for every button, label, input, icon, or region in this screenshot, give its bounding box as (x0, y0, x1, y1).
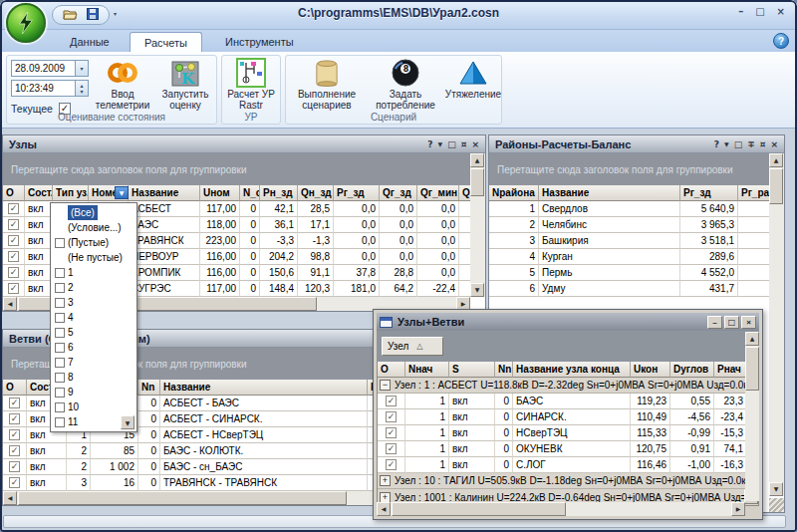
resize-grip[interactable] (769, 498, 784, 512)
scroll-left-button[interactable]: ◀ (3, 491, 17, 505)
tab-dannye[interactable]: Данные (56, 32, 124, 52)
checkbox-icon[interactable] (55, 343, 65, 353)
col-header[interactable]: Qг (459, 185, 470, 201)
row-checkbox[interactable]: ✓ (386, 396, 397, 406)
col-header[interactable]: Nn (495, 362, 513, 378)
app-menu-logo[interactable] (6, 3, 46, 43)
scroll-left-button[interactable]: ◀ (377, 502, 391, 516)
checkbox-icon[interactable] (55, 328, 65, 338)
filter-item-number[interactable]: 10 (51, 399, 136, 414)
nodes-vertical-scrollbar[interactable]: ▲ ▼ (470, 153, 485, 297)
filter-item-number[interactable]: 6 (51, 340, 136, 355)
expand-icon[interactable]: + (380, 475, 391, 486)
checkbox-icon[interactable] (55, 373, 65, 383)
date-picker[interactable]: 28.09.2009 ▾ (11, 60, 89, 77)
table-row[interactable]: ✓ 1 вкл 0 СИНАРСК. 110,49 -4,56 -23,4 (378, 409, 758, 425)
scroll-right-button[interactable]: ▶ (731, 502, 745, 516)
row-checkbox[interactable]: ✓ (9, 429, 20, 440)
run-scenarios-button[interactable]: Выполнение сценариев (288, 57, 366, 119)
row-checkbox[interactable]: ✓ (9, 461, 20, 472)
minimize-button[interactable]: – (738, 6, 743, 17)
row-checkbox[interactable]: ✓ (8, 251, 19, 262)
panel-menu-icon[interactable]: ▼ (724, 135, 729, 153)
panel-help-icon[interactable]: ? (714, 135, 719, 153)
scroll-down-button[interactable]: ▼ (470, 283, 484, 297)
row-checkbox[interactable]: ✓ (386, 411, 397, 422)
scroll-thumb[interactable] (392, 502, 566, 516)
row-checkbox[interactable]: ✓ (386, 427, 397, 438)
panel-close-icon[interactable]: × (770, 135, 778, 153)
spin-down-icon[interactable]: ▾ (80, 89, 83, 95)
col-header[interactable]: Dуглов (670, 362, 714, 378)
col-header[interactable]: Nрайона (489, 185, 539, 201)
row-checkbox[interactable]: ✓ (8, 235, 19, 246)
quick-access-dropdown-icon[interactable]: ▾ (114, 10, 117, 17)
group-row-expanded[interactable]: − Узел : 1 : АСБЕСТ U=118.8кВ D=-2.32deg… (378, 378, 758, 394)
panel-maximize-icon[interactable]: □ (734, 135, 743, 153)
filter-item-number[interactable]: 4 (51, 310, 136, 325)
col-header[interactable]: Nнач (405, 362, 449, 378)
col-header[interactable]: О (3, 185, 25, 201)
row-checkbox[interactable]: ✓ (386, 443, 397, 454)
time-spinner[interactable]: 10:23:49 ▴ ▾ (11, 80, 89, 97)
filter-item-number[interactable]: 5 (51, 325, 136, 340)
checkbox-icon[interactable] (55, 238, 65, 248)
col-header[interactable]: Nn (138, 380, 160, 396)
panel-float-icon[interactable]: ¤ (760, 135, 766, 153)
filter-item-all[interactable]: (Все) (51, 205, 136, 220)
filter-item-number[interactable]: 8 (51, 370, 136, 385)
col-header[interactable]: Qн_зд (298, 185, 334, 201)
filter-item-number[interactable]: 3 (51, 295, 136, 310)
col-header[interactable]: Qг_зд (380, 185, 417, 201)
spinner-arrows[interactable]: ▴ ▾ (75, 81, 88, 96)
checkbox-icon[interactable] (55, 298, 65, 308)
close-button[interactable]: × (777, 6, 785, 17)
filter-item-number[interactable]: 7 (51, 355, 136, 370)
table-row[interactable]: 4 Курган 289,6 (489, 249, 769, 265)
col-header[interactable]: Название (129, 185, 200, 201)
close-button[interactable]: × (741, 316, 756, 329)
row-checkbox[interactable]: ✓ (386, 459, 397, 470)
table-row[interactable]: 3 Башкирия 3 518,1 (489, 233, 769, 249)
checkbox-icon[interactable] (55, 283, 65, 293)
group-row-collapsed[interactable]: + Узел : 10 : ТАГИЛ U=505.9кВ D=-1.18deg… (378, 473, 758, 489)
row-checkbox[interactable]: ✓ (8, 203, 19, 214)
filter-item-condition[interactable]: (Условие...) (51, 220, 136, 235)
scroll-up-button[interactable]: ▲ (745, 332, 759, 346)
scroll-thumb[interactable] (470, 168, 484, 196)
col-header[interactable]: Рг_ра (738, 185, 769, 201)
table-row[interactable]: 5 Пермь 4 552,0 (489, 265, 769, 281)
scroll-up-button[interactable]: ▲ (470, 153, 484, 167)
col-header[interactable]: Тип уз. (53, 185, 89, 201)
col-header[interactable]: Рн_зд (260, 185, 298, 201)
col-header[interactable]: S (449, 362, 495, 378)
panel-float-icon[interactable]: ¤ (461, 135, 467, 153)
scroll-thumb[interactable] (745, 347, 759, 391)
checkbox-icon[interactable] (55, 313, 65, 323)
col-header[interactable]: Название (539, 185, 680, 201)
panel-pin-icon[interactable]: ∓ (747, 135, 755, 153)
scroll-down-button[interactable]: ▼ (769, 482, 783, 496)
tab-instrumenty[interactable]: Инструменты (211, 32, 308, 52)
column-filter-button[interactable]: ▼ (115, 186, 129, 199)
checkbox-icon[interactable] (55, 417, 65, 427)
panel-maximize-icon[interactable]: □ (447, 135, 456, 153)
save-icon[interactable] (87, 6, 99, 24)
maximize-button[interactable]: □ (755, 6, 764, 17)
row-checkbox[interactable]: ✓ (8, 283, 19, 294)
row-checkbox[interactable]: ✓ (9, 445, 20, 456)
row-checkbox[interactable]: ✓ (9, 413, 20, 424)
help-icon[interactable]: ? (773, 33, 789, 49)
regions-vertical-scrollbar[interactable]: ▲ ▼ (769, 153, 784, 496)
col-header[interactable]: О (3, 380, 27, 396)
scroll-left-button[interactable]: ◀ (3, 297, 17, 311)
telemetry-button[interactable]: Ввод телеметрии (91, 57, 154, 119)
filter-item-number[interactable]: 2 (51, 280, 136, 295)
nodes-branches-titlebar[interactable]: Узлы+Ветви – □ × (377, 313, 759, 331)
checkbox-icon[interactable] (55, 268, 65, 278)
minimize-button[interactable]: – (707, 316, 722, 329)
open-file-icon[interactable] (63, 6, 78, 24)
col-header[interactable]: Qг_мин (417, 185, 459, 201)
rastr-button[interactable]: Расчет УР Rastr (223, 57, 279, 119)
filter-item-not-empty[interactable]: (Не пустые) (51, 250, 136, 265)
